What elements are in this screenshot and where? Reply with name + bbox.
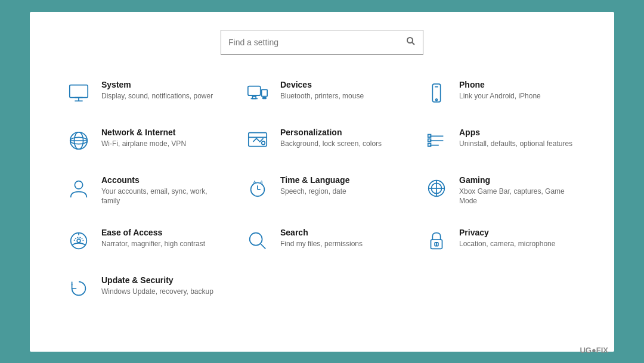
svg-point-38 — [71, 233, 87, 249]
settings-item-devices[interactable]: Devices Bluetooth, printers, mouse — [233, 69, 411, 117]
item-text-gaming: Gaming Xbox Game Bar, captures, Game Mod… — [459, 175, 578, 207]
settings-grid: System Display, sound, notifications, po… — [54, 69, 590, 313]
settings-item-privacy[interactable]: Privacy Location, camera, microphone — [411, 217, 590, 265]
svg-point-39 — [77, 239, 80, 243]
svg-text:A: A — [259, 179, 263, 185]
item-text-update: Update & Security Windows Update, recove… — [101, 275, 213, 297]
item-title-time: Time & Language — [280, 175, 349, 185]
item-text-time: Time & Language Speech, region, date — [280, 175, 349, 197]
devices-icon — [244, 80, 271, 106]
gaming-icon — [423, 175, 450, 201]
item-title-accounts: Accounts — [101, 175, 221, 185]
item-subtitle-phone: Link your Android, iPhone — [459, 91, 541, 101]
svg-rect-11 — [263, 97, 267, 98]
svg-rect-25 — [428, 134, 431, 137]
svg-line-42 — [261, 244, 266, 249]
item-text-phone: Phone Link your Android, iPhone — [459, 80, 541, 101]
settings-item-apps[interactable]: Apps Uninstall, defaults, optional featu… — [411, 117, 590, 165]
item-title-privacy: Privacy — [459, 228, 555, 237]
phone-icon — [423, 80, 450, 106]
item-subtitle-update: Windows Update, recovery, backup — [101, 287, 213, 297]
item-subtitle-personalization: Background, lock screen, colors — [280, 139, 382, 149]
item-text-ease: Ease of Access Narrator, magnifier, high… — [101, 228, 205, 249]
item-title-devices: Devices — [280, 80, 364, 89]
item-subtitle-time: Speech, region, date — [280, 187, 349, 197]
item-text-accounts: Accounts Your accounts, email, sync, wor… — [101, 175, 221, 207]
item-text-privacy: Privacy Location, camera, microphone — [459, 228, 555, 249]
item-text-apps: Apps Uninstall, defaults, optional featu… — [459, 128, 572, 149]
apps-icon — [423, 128, 450, 154]
settings-item-search[interactable]: Search Find my files, permissions — [233, 217, 411, 265]
item-title-personalization: Personalization — [280, 128, 382, 137]
search-icon — [406, 36, 416, 48]
item-text-devices: Devices Bluetooth, printers, mouse — [280, 80, 364, 101]
item-text-network: Network & Internet Wi-Fi, airplane mode,… — [101, 128, 186, 149]
item-title-gaming: Gaming — [459, 175, 578, 185]
settings-item-personalization[interactable]: Personalization Background, lock screen,… — [233, 117, 411, 165]
watermark: UG●FIX — [580, 346, 608, 355]
settings-item-system[interactable]: System Display, sound, notifications, po… — [54, 69, 233, 117]
item-title-network: Network & Internet — [101, 128, 186, 137]
accounts-icon — [66, 175, 92, 201]
item-subtitle-ease: Narrator, magnifier, high contrast — [101, 239, 205, 249]
svg-point-28 — [75, 181, 82, 188]
item-subtitle-apps: Uninstall, defaults, optional features — [459, 139, 572, 149]
item-text-personalization: Personalization Background, lock screen,… — [280, 128, 382, 149]
svg-rect-26 — [428, 139, 431, 142]
personalization-icon — [244, 128, 271, 154]
svg-point-14 — [436, 98, 438, 100]
time-icon: AA — [244, 175, 271, 201]
item-subtitle-network: Wi-Fi, airplane mode, VPN — [101, 139, 186, 149]
item-subtitle-search: Find my files, permissions — [280, 239, 363, 249]
settings-window: System Display, sound, notifications, po… — [30, 12, 614, 352]
item-subtitle-system: Display, sound, notifications, power — [101, 91, 213, 101]
search-bar[interactable] — [221, 30, 423, 55]
item-subtitle-devices: Bluetooth, printers, mouse — [280, 91, 364, 101]
search-icon — [244, 228, 271, 254]
svg-point-0 — [407, 38, 413, 43]
update-icon — [66, 275, 92, 302]
svg-point-21 — [262, 141, 265, 144]
item-title-ease: Ease of Access — [101, 228, 205, 237]
item-title-phone: Phone — [459, 80, 541, 89]
svg-rect-27 — [428, 143, 431, 146]
settings-item-phone[interactable]: Phone Link your Android, iPhone — [411, 69, 590, 117]
settings-item-update[interactable]: Update & Security Windows Update, recove… — [54, 265, 233, 312]
item-text-search: Search Find my files, permissions — [280, 228, 363, 249]
network-icon — [66, 128, 92, 154]
svg-point-41 — [250, 233, 262, 246]
settings-item-network[interactable]: Network & Internet Wi-Fi, airplane mode,… — [54, 117, 233, 165]
item-text-system: System Display, sound, notifications, po… — [101, 80, 213, 101]
item-title-system: System — [101, 80, 213, 89]
item-title-apps: Apps — [459, 128, 572, 137]
ease-icon — [66, 228, 92, 254]
svg-rect-7 — [262, 89, 268, 96]
svg-text:A: A — [253, 179, 256, 185]
svg-rect-2 — [70, 85, 88, 97]
item-subtitle-privacy: Location, camera, microphone — [459, 239, 555, 249]
item-subtitle-gaming: Xbox Game Bar, captures, Game Mode — [459, 187, 578, 207]
settings-item-gaming[interactable]: Gaming Xbox Game Bar, captures, Game Mod… — [411, 165, 590, 218]
settings-item-time[interactable]: AA Time & Language Speech, region, date — [233, 165, 411, 218]
settings-item-ease[interactable]: Ease of Access Narrator, magnifier, high… — [54, 217, 233, 265]
settings-item-accounts[interactable]: Accounts Your accounts, email, sync, wor… — [54, 165, 233, 218]
svg-rect-6 — [248, 86, 261, 95]
search-input[interactable] — [228, 38, 406, 47]
item-title-search: Search — [280, 228, 363, 237]
privacy-icon — [423, 228, 450, 254]
system-icon — [66, 80, 92, 106]
item-title-update: Update & Security — [101, 275, 213, 285]
item-subtitle-accounts: Your accounts, email, sync, work, family — [101, 187, 221, 207]
svg-line-1 — [412, 42, 414, 45]
